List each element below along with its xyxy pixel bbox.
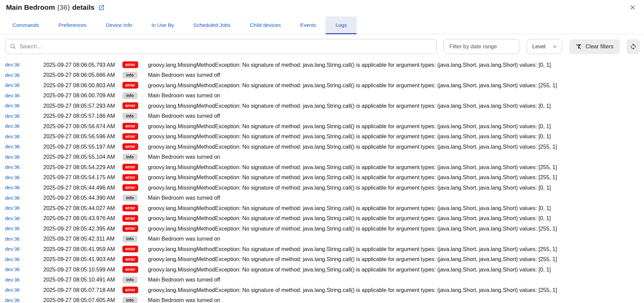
- log-timestamp: 2025-09-27 08:06:00.709 AM: [43, 92, 122, 99]
- page-title: Main Bedroom (36) details: [6, 3, 105, 11]
- device-link[interactable]: dev:36: [5, 298, 43, 303]
- log-row: dev:36 2025-09-27 08:05:44.496 AM error …: [0, 183, 644, 193]
- level-badge: error: [122, 266, 138, 273]
- log-timestamp: 2025-09-27 08:05:57.293 AM: [43, 103, 122, 109]
- log-timestamp: 2025-09-27 08:05:41.903 AM: [43, 256, 122, 262]
- level-select-label: Level: [532, 43, 545, 50]
- device-link[interactable]: dev:36: [5, 267, 43, 272]
- log-message: groovy.lang.MissingMethodException: No s…: [148, 287, 644, 293]
- level-badge-cell: info: [122, 154, 148, 160]
- level-badge-cell: error: [122, 205, 148, 211]
- level-badge: info: [122, 154, 138, 160]
- level-badge: error: [122, 82, 138, 89]
- level-badge-cell: error: [122, 246, 148, 252]
- log-message: Main Bedroom was turned on: [148, 154, 644, 160]
- device-link[interactable]: dev:36: [5, 72, 43, 78]
- log-message: groovy.lang.MissingMethodException: No s…: [148, 215, 644, 221]
- chevron-down-icon: [552, 44, 558, 50]
- level-badge: error: [122, 205, 138, 211]
- log-message: groovy.lang.MissingMethodException: No s…: [148, 266, 644, 273]
- tab-logs[interactable]: Logs: [326, 16, 357, 34]
- level-badge: error: [122, 133, 138, 140]
- level-badge: info: [122, 195, 138, 201]
- log-message: groovy.lang.MissingMethodException: No s…: [148, 174, 644, 181]
- tab-child-devices[interactable]: Child devices: [240, 16, 290, 34]
- device-link[interactable]: dev:36: [5, 277, 43, 283]
- tab-in-use-by[interactable]: In Use By: [142, 16, 183, 34]
- device-link[interactable]: dev:36: [5, 205, 43, 211]
- close-icon[interactable]: [628, 3, 637, 12]
- device-link[interactable]: dev:36: [5, 123, 43, 129]
- log-timestamp: 2025-09-27 08:05:41.959 AM: [43, 246, 122, 252]
- level-badge-cell: error: [122, 184, 148, 191]
- log-row: dev:36 2025-09-27 08:05:56.674 AM error …: [0, 121, 644, 132]
- device-link[interactable]: dev:36: [5, 175, 43, 180]
- level-badge-cell: info: [122, 72, 148, 79]
- log-row: dev:36 2025-09-27 08:05:54.175 AM error …: [0, 172, 644, 183]
- refresh-button[interactable]: [627, 39, 640, 54]
- device-link[interactable]: dev:36: [5, 103, 43, 108]
- log-row: dev:36 2025-09-27 08:06:00.803 AM error …: [0, 80, 644, 91]
- search-input[interactable]: [19, 43, 432, 50]
- level-badge-cell: error: [122, 133, 148, 140]
- device-link[interactable]: dev:36: [5, 62, 43, 67]
- level-badge-cell: error: [122, 61, 148, 68]
- device-link[interactable]: dev:36: [5, 164, 43, 170]
- level-badge-cell: error: [122, 256, 148, 263]
- level-badge-cell: info: [122, 113, 148, 119]
- level-badge-cell: error: [122, 164, 148, 170]
- log-row: dev:36 2025-09-27 08:05:44.390 AM info M…: [0, 193, 644, 203]
- device-link[interactable]: dev:36: [5, 226, 43, 231]
- device-link[interactable]: dev:36: [5, 83, 43, 88]
- log-timestamp: 2025-09-27 08:05:07.605 AM: [43, 297, 122, 303]
- search-box: [5, 39, 437, 54]
- date-range-input[interactable]: [449, 43, 523, 50]
- log-message: groovy.lang.MissingMethodException: No s…: [148, 62, 644, 68]
- tab-commands[interactable]: Commands: [3, 16, 49, 34]
- log-timestamp: 2025-09-27 08:06:05.686 AM: [43, 72, 122, 78]
- tab-scheduled-jobs[interactable]: Scheduled Jobs: [184, 16, 240, 34]
- log-message: Main Bedroom was turned on: [148, 297, 644, 303]
- log-message: Main Bedroom was turned off: [148, 72, 644, 78]
- page-header: Main Bedroom (36) details: [0, 0, 644, 12]
- log-timestamp: 2025-09-27 08:05:44.496 AM: [43, 185, 122, 191]
- tab-preferences[interactable]: Preferences: [49, 16, 96, 34]
- level-badge: error: [122, 256, 138, 263]
- log-message: groovy.lang.MissingMethodException: No s…: [148, 256, 644, 262]
- device-link[interactable]: dev:36: [5, 113, 43, 119]
- level-badge: error: [122, 246, 138, 252]
- device-link[interactable]: dev:36: [5, 134, 43, 139]
- log-message: Main Bedroom was turned off: [148, 276, 644, 283]
- tab-events[interactable]: Events: [290, 16, 326, 34]
- clear-filters-label: Clear filters: [586, 43, 613, 50]
- device-link[interactable]: dev:36: [5, 287, 43, 293]
- log-timestamp: 2025-09-27 08:05:44.027 AM: [43, 205, 122, 211]
- device-link[interactable]: dev:36: [5, 195, 43, 201]
- level-badge: error: [122, 184, 138, 191]
- clear-filters-button[interactable]: Clear filters: [569, 39, 620, 54]
- log-list: dev:36 2025-09-27 08:06:05.793 AM error …: [0, 57, 644, 303]
- device-link[interactable]: dev:36: [5, 144, 43, 149]
- log-row: dev:36 2025-09-27 08:05:55.104 AM info M…: [0, 152, 644, 162]
- level-select[interactable]: Level: [527, 39, 562, 54]
- open-in-new-icon[interactable]: [98, 4, 105, 11]
- device-link[interactable]: dev:36: [5, 257, 43, 262]
- device-link[interactable]: dev:36: [5, 236, 43, 242]
- device-link[interactable]: dev:36: [5, 93, 43, 98]
- log-message: groovy.lang.MissingMethodException: No s…: [148, 133, 644, 140]
- device-link[interactable]: dev:36: [5, 185, 43, 190]
- log-message: groovy.lang.MissingMethodException: No s…: [148, 144, 644, 150]
- level-badge: error: [122, 225, 138, 232]
- log-message: groovy.lang.MissingMethodException: No s…: [148, 225, 644, 232]
- level-badge: info: [122, 113, 138, 119]
- level-badge: error: [122, 164, 138, 170]
- tab-device-info[interactable]: Device Info: [96, 16, 142, 34]
- device-link[interactable]: dev:36: [5, 154, 43, 160]
- log-timestamp: 2025-09-27 08:05:56.596 AM: [43, 133, 122, 140]
- level-badge: error: [122, 215, 138, 222]
- device-link[interactable]: dev:36: [5, 246, 43, 252]
- device-link[interactable]: dev:36: [5, 216, 43, 221]
- log-row: dev:36 2025-09-27 08:05:44.027 AM error …: [0, 203, 644, 213]
- level-badge-cell: error: [122, 102, 148, 109]
- log-row: dev:36 2025-09-27 08:05:07.605 AM info M…: [0, 295, 644, 303]
